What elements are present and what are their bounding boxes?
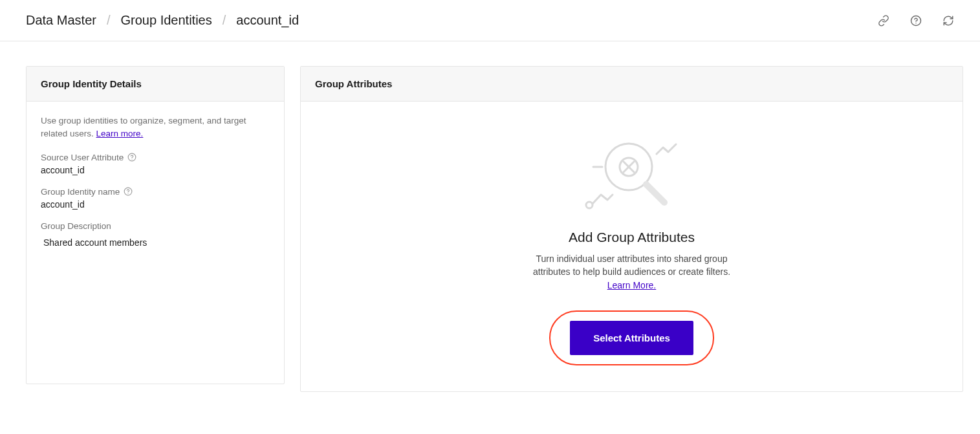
help-icon[interactable] [127,153,136,162]
identity-name-label-text: Group Identity name [41,187,120,197]
group-description-value: Shared account members [41,237,270,248]
breadcrumb: Data Master / Group Identities / account… [26,13,299,28]
refresh-icon[interactable] [942,15,954,27]
identity-name-label: Group Identity name [41,187,270,197]
breadcrumb-parent[interactable]: Group Identities [121,13,212,28]
empty-state-copy: Turn individual user attributes into sha… [533,254,730,277]
group-description-field: Group Description Shared account members [41,221,270,248]
main-content: Group Identity Details Use group identit… [0,41,980,392]
identity-name-field: Group Identity name account_id [41,187,270,210]
link-icon[interactable] [878,15,889,27]
help-icon[interactable] [124,187,133,196]
group-description-label-text: Group Description [41,221,111,231]
group-description-label: Group Description [41,221,270,231]
group-attributes-panel: Group Attributes Add Group Attributes Tu… [300,66,963,392]
svg-point-11 [586,202,593,208]
attributes-panel-body: Add Group Attributes Turn individual use… [301,102,963,391]
header-action-icons [878,15,954,27]
details-panel-title: Group Identity Details [27,67,284,102]
search-analytics-illustration-icon [580,131,684,218]
details-learn-more-link[interactable]: Learn more. [96,129,144,138]
page-header: Data Master / Group Identities / account… [0,0,980,41]
details-intro-text: Use group identities to organize, segmen… [41,114,270,141]
breadcrumb-current: account_id [236,13,299,28]
empty-state-title: Add Group Attributes [569,230,695,245]
identity-name-value: account_id [41,199,270,210]
source-attribute-label: Source User Attribute [41,153,270,162]
attributes-learn-more-link[interactable]: Learn More. [607,279,656,292]
group-identity-details-panel: Group Identity Details Use group identit… [26,66,285,384]
help-icon[interactable] [910,15,922,27]
details-panel-body: Use group identities to organize, segmen… [27,102,284,261]
attributes-panel-title: Group Attributes [301,67,963,102]
details-intro-copy: Use group identities to organize, segmen… [41,116,246,138]
breadcrumb-separator: / [107,13,111,28]
cta-highlight-ring: Select Attributes [549,310,714,365]
breadcrumb-separator: / [223,13,226,28]
source-attribute-value: account_id [41,165,270,175]
source-attribute-label-text: Source User Attribute [41,153,124,162]
empty-state-description: Turn individual user attributes into sha… [522,253,742,292]
select-attributes-button[interactable]: Select Attributes [570,321,693,355]
source-attribute-field: Source User Attribute account_id [41,153,270,175]
breadcrumb-root[interactable]: Data Master [26,13,96,28]
